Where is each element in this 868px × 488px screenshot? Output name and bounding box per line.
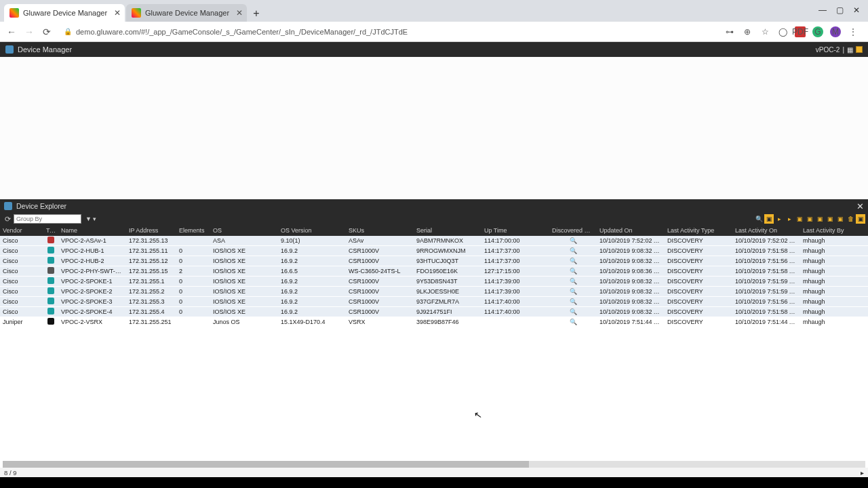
magnifier-icon[interactable]: 🔍 — [570, 278, 577, 285]
reload-button[interactable]: ⟳ — [41, 26, 53, 38]
zoom-icon[interactable]: ⊕ — [742, 26, 753, 37]
col-discovered[interactable]: Discovered Status — [549, 227, 597, 234]
panel-title: Device Explorer — [16, 202, 66, 210]
menu-icon[interactable]: ⋮ — [848, 26, 859, 37]
cell-serial: 9J9214751FI — [414, 308, 481, 315]
col-elements[interactable]: Elements — [176, 227, 210, 234]
window-close-button[interactable]: ✕ — [853, 5, 860, 15]
back-button[interactable]: ← — [5, 26, 18, 38]
cell-name: VPOC-2-HUB-1 — [58, 247, 126, 254]
star-icon[interactable]: ☆ — [760, 26, 770, 37]
col-serial[interactable]: Serial — [414, 227, 481, 234]
cell-activity-type: DISCOVERY — [665, 308, 732, 315]
table-header-row: Vendor Type Name IP Address Elements OS … — [0, 225, 868, 236]
col-vendor[interactable]: Vendor — [0, 227, 43, 234]
col-ip[interactable]: IP Address — [126, 227, 176, 234]
minimize-button[interactable]: — — [818, 5, 827, 15]
table-row[interactable]: CiscoVPOC-2-ASAv-1172.31.255.13ASA9.10(1… — [0, 236, 868, 246]
col-os[interactable]: OS — [210, 227, 278, 234]
magnifier-icon[interactable]: 🔍 — [570, 288, 577, 295]
cell-name: VPOC-2-ASAv-1 — [58, 237, 126, 244]
toolbar-btn-2[interactable]: ▸ — [774, 214, 784, 224]
toolbar-btn-6[interactable]: ▣ — [815, 214, 825, 224]
table-row[interactable]: CiscoVPOC-2-SPOKE-4172.31.255.40IOS/IOS … — [0, 307, 868, 317]
context-label[interactable]: vPOC-2 — [816, 46, 840, 54]
panel-toggle-icon[interactable] — [856, 46, 863, 53]
app-header: Device Manager vPOC-2 | ▦ — [0, 42, 868, 57]
cell-uptime: 114:17:37:00 — [481, 258, 549, 264]
new-tab-button[interactable]: + — [248, 5, 264, 22]
toolbar-btn-4[interactable]: ▣ — [795, 214, 804, 224]
table-row[interactable]: CiscoVPOC-2-HUB-1172.31.255.110IOS/IOS X… — [0, 246, 868, 256]
tab-close-icon[interactable]: ✕ — [114, 8, 121, 18]
col-updated[interactable]: Updated On — [597, 227, 665, 234]
magnifier-icon[interactable]: 🔍 — [570, 258, 577, 264]
table-row[interactable]: CiscoVPOC-2-HUB-2172.31.255.120IOS/IOS X… — [0, 256, 868, 266]
col-osver[interactable]: OS Version — [278, 227, 346, 234]
col-activity-type[interactable]: Last Activity Type — [665, 227, 732, 234]
grid-icon[interactable]: ▦ — [847, 46, 853, 54]
tab-close-icon[interactable]: ✕ — [236, 8, 243, 18]
pdf-extension-icon[interactable]: PDF — [795, 26, 806, 37]
circle-icon[interactable]: ◯ — [777, 26, 788, 37]
table-row[interactable]: CiscoVPOC-2-SPOKE-3172.31.255.30IOS/IOS … — [0, 297, 868, 307]
panel-close-button[interactable]: ✕ — [856, 201, 864, 211]
address-bar[interactable]: 🔒 demo.gluware.com/#!/_app_/GameConsole/… — [58, 28, 719, 36]
cell-ip: 172.31.255.251 — [126, 319, 176, 325]
toolbar-btn-7[interactable]: ▣ — [825, 214, 835, 224]
maximize-button[interactable]: ▢ — [836, 5, 844, 15]
magnifier-icon[interactable]: 🔍 — [570, 298, 577, 305]
magnifier-icon[interactable]: 🔍 — [570, 308, 577, 315]
group-by-input[interactable] — [14, 214, 81, 224]
magnifier-icon[interactable]: 🔍 — [570, 237, 577, 244]
browser-tab-inactive[interactable]: Gluware Device Manager ✕ — [126, 4, 247, 22]
cell-os: IOS/IOS XE — [210, 288, 278, 295]
favicon-icon — [9, 8, 19, 18]
toolbar-btn-5[interactable]: ▣ — [805, 214, 814, 224]
panel-header: Device Explorer ✕ — [0, 199, 868, 213]
status-bar: 8 / 9 ▸ — [0, 468, 868, 477]
cell-os: IOS/IOS XE — [210, 247, 278, 254]
magnifier-icon[interactable]: 🔍 — [570, 319, 577, 325]
browser-tab-active[interactable]: Gluware Device Manager ✕ — [4, 4, 125, 22]
filter-toggle[interactable]: ▼ ▾ — [83, 216, 99, 222]
cell-uptime: 114:17:39:00 — [481, 288, 549, 295]
browser-action-icons: ⊶ ⊕ ☆ ◯ PDF G M ⋮ — [724, 26, 863, 37]
search-tool-icon[interactable]: 🔍 — [754, 214, 764, 224]
cell-ip: 172.31.255.2 — [126, 288, 176, 295]
cell-vendor: Cisco — [0, 268, 43, 274]
col-activity-by[interactable]: Last Activity By — [800, 227, 854, 234]
scrollbar-thumb[interactable] — [3, 461, 529, 468]
toolbar-btn-8[interactable]: ▣ — [835, 214, 845, 224]
toolbar-btn-1[interactable]: ▣ — [764, 214, 774, 224]
cell-osver: 16.9.2 — [278, 288, 346, 295]
col-activity-on[interactable]: Last Activity On — [732, 227, 800, 234]
toolbar-btn-3[interactable]: ▸ — [785, 214, 794, 224]
key-icon[interactable]: ⊶ — [724, 26, 735, 37]
col-uptime[interactable]: Up Time — [481, 227, 549, 234]
table-row[interactable]: CiscoVPOC-2-PHY-SWT-STACK172.31.255.152I… — [0, 266, 868, 277]
toolbar-btn-highlight[interactable]: ▣ — [856, 214, 865, 224]
cell-updated: 10/10/2019 9:08:32 AM — [597, 298, 665, 305]
col-sku[interactable]: SKUs — [346, 227, 414, 234]
horizontal-scrollbar[interactable] — [3, 461, 865, 468]
status-arrow-icon[interactable]: ▸ — [861, 469, 864, 476]
magnifier-icon[interactable]: 🔍 — [570, 268, 577, 274]
profile-avatar[interactable]: M — [830, 26, 841, 37]
refresh-button[interactable]: ⟳ — [3, 214, 12, 224]
forward-button[interactable]: → — [23, 26, 35, 38]
col-name[interactable]: Name — [58, 227, 126, 234]
extension-icon[interactable]: G — [812, 26, 823, 37]
cell-activity-on: 10/10/2019 7:51:59 AM — [732, 278, 800, 285]
table-row[interactable]: JuniperVPOC-2-VSRX172.31.255.251Junos OS… — [0, 317, 868, 327]
cell-uptime: 114:17:40:00 — [481, 308, 549, 315]
table-row[interactable]: CiscoVPOC-2-SPOKE-1172.31.255.10IOS/IOS … — [0, 277, 868, 287]
table-row[interactable]: CiscoVPOC-2-SPOKE-2172.31.255.20IOS/IOS … — [0, 287, 868, 297]
col-type[interactable]: Type — [43, 227, 58, 234]
cell-vendor: Juniper — [0, 319, 43, 325]
cell-activity-type: DISCOVERY — [665, 237, 732, 244]
cell-activity-by: mhaugh — [800, 308, 854, 315]
magnifier-icon[interactable]: 🔍 — [570, 247, 577, 254]
delete-icon[interactable]: 🗑 — [846, 214, 855, 224]
cell-type — [43, 298, 58, 306]
